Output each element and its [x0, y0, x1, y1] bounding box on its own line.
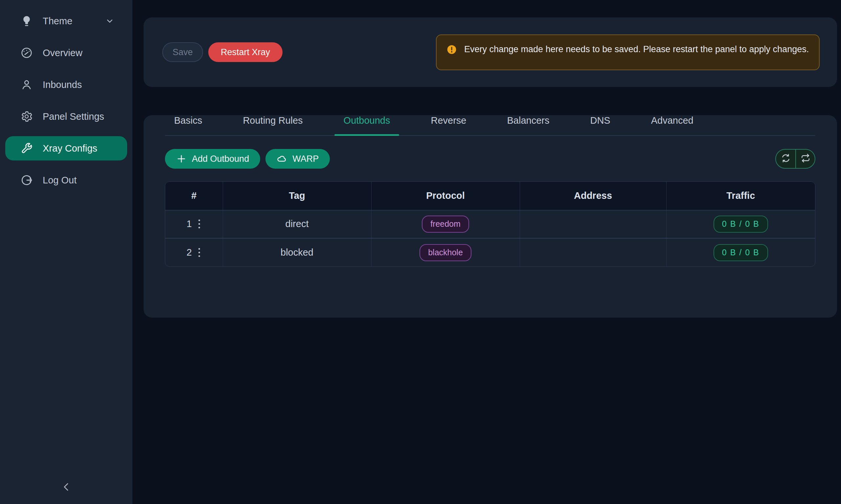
xray-config-card: Basics Routing Rules Outbounds Reverse B…: [143, 115, 837, 318]
chevron-left-icon: [61, 482, 72, 493]
config-tabs: Basics Routing Rules Outbounds Reverse B…: [165, 115, 816, 136]
sidebar-item-label: Xray Configs: [43, 143, 97, 154]
traffic-badge: 0 B / 0 B: [714, 244, 768, 261]
col-header-index: #: [165, 182, 223, 210]
row-tag: direct: [223, 210, 371, 238]
sidebar-item-xray-configs[interactable]: Xray Configs: [5, 136, 127, 160]
row-menu-icon[interactable]: [197, 218, 201, 230]
table-tools-group: [775, 149, 816, 169]
sidebar-item-label: Panel Settings: [43, 111, 104, 122]
col-header-traffic: Traffic: [666, 182, 815, 210]
tab-advanced[interactable]: Advanced: [642, 115, 703, 135]
save-button[interactable]: Save: [162, 42, 203, 62]
bulb-icon: [20, 15, 33, 27]
warp-label: WARP: [292, 154, 319, 164]
tab-balancers[interactable]: Balancers: [498, 115, 559, 135]
add-outbound-button[interactable]: Add Outbound: [165, 149, 260, 169]
cloud-icon: [277, 154, 287, 164]
sidebar: Theme Overview Inbounds Panel Settings X…: [0, 0, 132, 504]
gear-icon: [20, 110, 33, 123]
tab-basics[interactable]: Basics: [165, 115, 211, 135]
sidebar-item-theme[interactable]: Theme: [5, 9, 127, 33]
tab-dns[interactable]: DNS: [581, 115, 619, 135]
outbounds-actions-row: Add Outbound WARP: [165, 149, 816, 169]
logout-icon: [20, 174, 33, 186]
col-header-tag: Tag: [223, 182, 371, 210]
app-root: Theme Overview Inbounds Panel Settings X…: [0, 0, 841, 504]
restart-warning-alert: Every change made here needs to be saved…: [436, 34, 820, 70]
alert-text: Every change made here needs to be saved…: [464, 42, 809, 56]
protocol-badge: blackhole: [419, 244, 471, 261]
row-menu-icon[interactable]: [197, 247, 201, 258]
outbounds-table: # Tag Protocol Address Traffic 1: [165, 182, 815, 267]
col-header-protocol: Protocol: [371, 182, 520, 210]
save-toolbar-card: Save Restart Xray Every change made here…: [143, 17, 837, 87]
row-address: [520, 210, 666, 238]
restart-xray-button[interactable]: Restart Xray: [208, 42, 282, 62]
row-index: 1: [187, 218, 192, 229]
outbounds-table-wrap: # Tag Protocol Address Traffic 1: [165, 181, 816, 267]
sidebar-item-overview[interactable]: Overview: [5, 41, 127, 65]
sidebar-item-label: Inbounds: [43, 79, 82, 90]
row-tag: blocked: [223, 238, 371, 267]
row-index: 2: [187, 247, 192, 258]
toolbar-buttons: Save Restart Xray: [162, 42, 282, 62]
tab-outbounds[interactable]: Outbounds: [334, 115, 399, 135]
traffic-badge: 0 B / 0 B: [714, 216, 768, 233]
row-address: [520, 238, 666, 267]
sidebar-item-panel-settings[interactable]: Panel Settings: [5, 104, 127, 129]
plus-icon: [176, 154, 187, 164]
tab-routing-rules[interactable]: Routing Rules: [234, 115, 312, 135]
table-row: 2 blocked blackhole 0 B / 0 B: [165, 238, 815, 267]
tab-reverse[interactable]: Reverse: [422, 115, 475, 135]
add-outbound-label: Add Outbound: [192, 154, 249, 164]
sidebar-item-label: Overview: [43, 48, 83, 58]
col-header-address: Address: [520, 182, 666, 210]
table-row: 1 direct freedom 0 B / 0 B: [165, 210, 815, 238]
refresh-button[interactable]: [776, 150, 795, 168]
gauge-icon: [20, 47, 33, 59]
sidebar-item-label: Theme: [43, 16, 72, 26]
sidebar-collapse-button[interactable]: [57, 479, 75, 497]
chevron-down-icon: [105, 16, 115, 26]
toggle-view-button[interactable]: [795, 150, 815, 168]
warp-button[interactable]: WARP: [265, 149, 330, 169]
warning-circle-icon: [446, 44, 457, 55]
repeat-icon: [801, 153, 810, 164]
main-content: Save Restart Xray Every change made here…: [132, 0, 841, 504]
table-header-row: # Tag Protocol Address Traffic: [165, 182, 815, 210]
user-icon: [20, 78, 33, 91]
refresh-icon: [781, 153, 791, 164]
sidebar-item-inbounds[interactable]: Inbounds: [5, 73, 127, 97]
sidebar-item-log-out[interactable]: Log Out: [5, 168, 127, 192]
sidebar-item-label: Log Out: [43, 175, 76, 186]
wrench-icon: [20, 142, 33, 155]
protocol-badge: freedom: [422, 216, 469, 233]
